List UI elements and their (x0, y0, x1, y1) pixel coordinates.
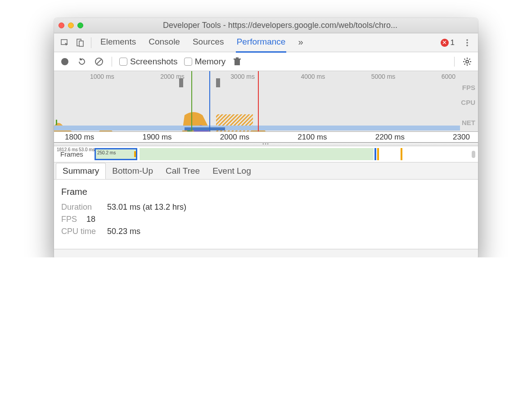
screenshots-label: Screenshots (130, 57, 178, 67)
svg-point-4 (466, 42, 468, 44)
summary-heading: Frame (61, 187, 471, 197)
overview-timeline[interactable]: 1000 ms 2000 ms 3000 ms 4000 ms 5000 ms … (54, 71, 478, 132)
devtools-window: Developer Tools - https://developers.goo… (54, 18, 478, 257)
frame-stripe (401, 148, 402, 160)
tick: 2300 (453, 133, 470, 142)
details-tabbar: Summary Bottom-Up Call Tree Event Log (54, 162, 478, 180)
tab-performance[interactable]: Performance (236, 33, 287, 53)
net-activity (185, 127, 225, 130)
summary-value: 53.01 ms (at 13.2 hrs) (107, 202, 186, 212)
separator (112, 57, 112, 67)
tick: 4000 ms (301, 73, 325, 80)
tick: 1900 ms (142, 133, 171, 142)
lane-fps: FPS (462, 84, 475, 91)
summary-row: CPU time 50.23 ms (61, 227, 471, 236)
summary-value: 50.23 ms (107, 227, 140, 236)
marker-dcl (209, 71, 210, 131)
performance-toolbar: Screenshots Memory (54, 52, 478, 71)
bottom-strip (54, 249, 478, 257)
settings-icon[interactable] (462, 56, 473, 67)
frame-stripe (377, 148, 379, 160)
overview-ticks: 1000 ms 2000 ms 3000 ms 4000 ms 5000 ms … (54, 73, 478, 80)
clear-button[interactable] (94, 56, 104, 67)
screenshots-checkbox[interactable]: Screenshots (119, 57, 178, 67)
tick: 3000 ms (230, 73, 255, 80)
frames-label: Frames (54, 150, 83, 158)
selection-handle-left[interactable] (179, 78, 183, 87)
subtab-summary[interactable]: Summary (56, 163, 106, 179)
frame[interactable] (140, 148, 374, 160)
summary-row: FPS 18 (61, 215, 471, 224)
window-minimize-button[interactable] (68, 22, 74, 28)
tick: 2100 ms (298, 133, 327, 142)
resize-gripper[interactable]: ••• (54, 143, 478, 146)
titlebar: Developer Tools - https://developers.goo… (54, 18, 478, 33)
summary-label: FPS (61, 215, 81, 224)
svg-point-5 (466, 45, 468, 46)
memory-checkbox[interactable]: Memory (184, 57, 226, 67)
tick: 1000 ms (90, 73, 114, 80)
tab-elements[interactable]: Elements (99, 33, 137, 52)
tick: 6000 (442, 73, 455, 80)
memory-label: Memory (195, 57, 226, 67)
lane-cpu: CPU (461, 99, 475, 106)
summary-row: Duration 53.01 ms (at 13.2 hrs) (61, 202, 471, 212)
kebab-menu-icon[interactable] (461, 36, 473, 49)
checkbox-icon (184, 58, 192, 66)
svg-rect-10 (236, 57, 239, 58)
tick: 5000 ms (371, 73, 396, 80)
net-lane (54, 126, 460, 130)
device-toolbar-icon[interactable] (74, 36, 86, 49)
error-indicator[interactable]: ✕ 1 (441, 38, 455, 47)
tab-sources[interactable]: Sources (192, 33, 225, 52)
reload-button[interactable] (77, 56, 87, 67)
tick: 2200 ms (375, 133, 405, 142)
separator (454, 57, 455, 67)
svg-rect-8 (234, 59, 240, 65)
frame-stripe (134, 151, 136, 157)
garbage-collect-button[interactable] (232, 56, 243, 67)
summary-label: CPU time (61, 227, 102, 236)
subtab-call-tree[interactable]: Call Tree (159, 163, 206, 179)
main-tabbar: Elements Console Sources Performance » ✕… (54, 33, 478, 52)
checkbox-icon (119, 58, 127, 66)
error-icon: ✕ (441, 39, 449, 47)
detail-ruler[interactable]: 1800 ms 1900 ms 2000 ms 2100 ms 2200 ms … (54, 132, 478, 143)
svg-rect-2 (79, 41, 83, 46)
marker-fmp (258, 71, 259, 131)
tick: 2000 ms (220, 133, 249, 142)
summary-value: 18 (86, 215, 95, 224)
selection-handle-right[interactable] (216, 78, 220, 87)
svg-line-7 (97, 59, 101, 64)
subtab-bottom-up[interactable]: Bottom-Up (106, 163, 159, 179)
frames-track[interactable]: 1812.6 ms 53.0 ms Frames 250.2 ms (54, 146, 478, 162)
inspect-element-icon[interactable] (59, 36, 71, 49)
svg-rect-14 (56, 120, 57, 125)
svg-point-11 (466, 60, 469, 63)
frame-duration: 250.2 ms (97, 150, 116, 155)
summary-panel: Frame Duration 53.01 ms (at 13.2 hrs) FP… (54, 180, 478, 249)
window-maximize-button[interactable] (77, 22, 83, 28)
summary-label: Duration (61, 202, 102, 212)
scrollbar-thumb[interactable] (472, 151, 475, 158)
window-title: Developer Tools - https://developers.goo… (87, 21, 473, 30)
subtab-event-log[interactable]: Event Log (206, 163, 257, 179)
panel-tabs: Elements Console Sources Performance » (99, 33, 304, 52)
marker-load (191, 71, 192, 131)
frame-selected[interactable]: 250.2 ms (95, 148, 137, 160)
window-close-button[interactable] (59, 22, 64, 28)
error-count: 1 (451, 38, 455, 47)
separator (91, 37, 91, 48)
tab-console[interactable]: Console (148, 33, 181, 52)
more-tabs-button[interactable]: » (297, 33, 304, 52)
tick: 1800 ms (65, 133, 94, 142)
svg-point-3 (466, 39, 468, 41)
frame-stripe (374, 148, 376, 160)
record-button[interactable] (59, 56, 70, 67)
